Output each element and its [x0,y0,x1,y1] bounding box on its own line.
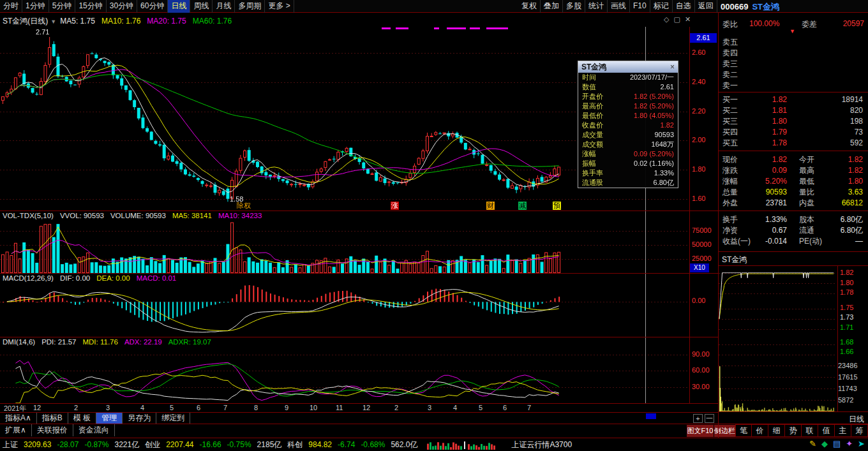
quote-tab-4[interactable]: 联 [802,424,818,437]
bid-row-4[interactable]: 买五1.78592 [718,138,867,149]
statusbar-icons: ✎◆▤✦➤ [804,439,865,448]
quote-divider [718,211,868,211]
event-flag-3[interactable]: 减 [518,202,527,210]
indicator-tab-5[interactable]: 绑定到 [156,413,190,424]
ask-row-3[interactable]: 卖二 [718,70,867,80]
remove-panel-button[interactable]: 一 [705,414,714,423]
chevron-down-icon[interactable]: ▼ [50,18,56,25]
close-icon[interactable]: ✕ [685,15,691,23]
ask-row-1[interactable]: 卖四 [718,48,867,59]
extension-tabs: 扩展∧关联报价资金流向 [0,424,115,436]
tool-menu-item-5[interactable]: F10 [630,0,650,13]
extension-tab-2[interactable]: 资金流向 [73,424,115,436]
tool-menu-item-3[interactable]: 统计 [585,0,608,13]
maximize-icon[interactable]: ▢ [673,15,680,23]
bid-volume: 820 [850,105,863,115]
quote-fund-value: 6.80亿 [841,214,863,225]
candle-data-tooltip[interactable]: ST金鸿 × 时间2023/07/17/一数值2.61开盘价1.82 (5.20… [578,61,678,188]
tooltip-row: 流通股6.80亿 [578,178,678,188]
quote-tab-3[interactable]: 势 [785,424,802,437]
tool-menu-item-0[interactable]: 复权 [518,0,541,13]
tooltip-row-value: 90593 [654,130,674,140]
volume-tick-2: 25000 [692,255,712,262]
event-flag-0[interactable]: 除权 [236,202,251,210]
index-quote-item-0: 上证 [3,440,18,449]
indicator-tab-1[interactable]: 指标B [37,413,68,424]
date-tick-1: 12 [33,404,41,411]
period-menu-item-9[interactable]: 多周期 [235,0,265,13]
ma-legend: MA5: 1.75MA10: 1.76MA20: 1.75MA60: 1.76 [60,17,238,26]
indicator-tab-2[interactable]: 模 板 [68,413,96,424]
period-menu-item-1[interactable]: 1分钟 [22,0,49,13]
diamond-marker-icon[interactable]: ◇ [664,15,669,23]
price-tick-1: 2.40 [692,78,705,85]
quote-tab-0[interactable]: 笔 [735,424,752,437]
tools-menu: 复权叠加多股统计画线F10标记自选返回 [518,0,717,13]
quote-tab-6[interactable]: 主 [835,424,851,437]
bid-row-1[interactable]: 买二1.81820 [718,105,867,116]
extension-tab-1[interactable]: 关联报价 [32,424,73,436]
event-flag-2[interactable]: 财 [486,202,495,210]
sidebar-toggle-button[interactable]: 侧边栏《 [714,425,735,437]
quote-tab-5[interactable]: 值 [818,424,835,437]
minute-chart-canvas[interactable] [719,267,836,411]
tool-menu-item-1[interactable]: 叠加 [541,0,563,13]
pen-icon[interactable]: ✎ [809,439,816,448]
board-icon[interactable]: ▤ [833,439,841,448]
index-quote-item-6: 2207.44 [166,440,193,449]
ask-row-2[interactable]: 卖三 [718,59,867,70]
star-icon[interactable]: ✦ [846,439,853,448]
indicator-tab-0[interactable]: 指标A∧ [0,413,37,424]
tool-menu-item-2[interactable]: 多股 [563,0,585,13]
period-menu-item-3[interactable]: 15分钟 [75,0,106,13]
bid-row-2[interactable]: 买三1.80198 [718,116,867,127]
macd-header-item-0: MACD(12,26,9) [3,274,54,282]
tooltip-title: ST金鸿 [581,61,606,73]
event-flag-4[interactable]: 预 [553,202,561,210]
volume-chart-canvas[interactable] [0,220,689,273]
extension-tab-0[interactable]: 扩展∧ [0,424,32,436]
quote-tab-7[interactable]: 筹 [851,424,868,437]
f10-graphic-button[interactable]: 图文F10 [687,425,714,437]
quote-fund-value: — [855,236,863,246]
quote-fund-value: 6.80亿 [841,225,863,235]
bid-row-3[interactable]: 买四1.7973 [718,127,867,138]
event-flag-1[interactable]: 涨 [391,202,399,210]
indicator-tab-3[interactable]: 管理 [96,413,123,424]
add-panel-button[interactable]: + [693,414,703,423]
bid-queue: 买一1.8218914买二1.81820买三1.80198买四1.7973买五1… [718,94,867,149]
tooltip-titlebar[interactable]: ST金鸿 × [578,61,678,73]
tooltip-row-value: 1.80 (4.05%) [634,111,674,121]
panel-divider [0,211,718,211]
market-status-icon[interactable]: ◆ [821,439,828,448]
tool-menu-item-7[interactable]: 自选 [673,0,695,13]
period-menu-item-2[interactable]: 5分钟 [49,0,76,13]
tool-menu-item-6[interactable]: 标记 [650,0,673,13]
indicator-tab-4[interactable]: 另存为 [123,413,156,424]
tool-menu-item-4[interactable]: 画线 [608,0,630,13]
macd-chart-canvas[interactable] [0,283,689,337]
weibi-label: 委比 [722,19,738,30]
period-menu-item-4[interactable]: 30分钟 [107,0,137,13]
period-menu-item-5[interactable]: 60分钟 [137,0,168,13]
tooltip-close-icon[interactable]: × [670,61,675,73]
dmi-chart-canvas[interactable] [0,346,689,403]
ask-row-4[interactable]: 卖一 [718,80,867,91]
bid-row-0[interactable]: 买一1.8218914 [718,94,867,105]
minichart-axis-divider [837,265,838,411]
macd-header-item-2: DEA: 0.00 [96,274,130,282]
quote-tab-1[interactable]: 价 [752,424,768,437]
period-menu-item-0[interactable]: 分时 [0,0,22,13]
go-icon[interactable]: ➤ [858,439,865,448]
period-menu-item-6[interactable]: 日线 [168,0,190,13]
period-menu-item-7[interactable]: 周线 [190,0,213,13]
ask-row-0[interactable]: 卖五 [718,37,867,48]
tooltip-row-value: 1.82 (5.20%) [634,101,674,111]
tool-menu-item-8[interactable]: 返回 [695,0,717,13]
quote-tab-2[interactable]: 细 [768,424,785,437]
period-menu-item-10[interactable]: 更多 > [265,0,294,13]
period-menu-item-8[interactable]: 月线 [213,0,235,13]
tooltip-row-label: 振幅 [582,159,596,168]
bid-label: 买四 [722,127,738,137]
triangle-down-icon[interactable]: ▼ [789,28,795,34]
